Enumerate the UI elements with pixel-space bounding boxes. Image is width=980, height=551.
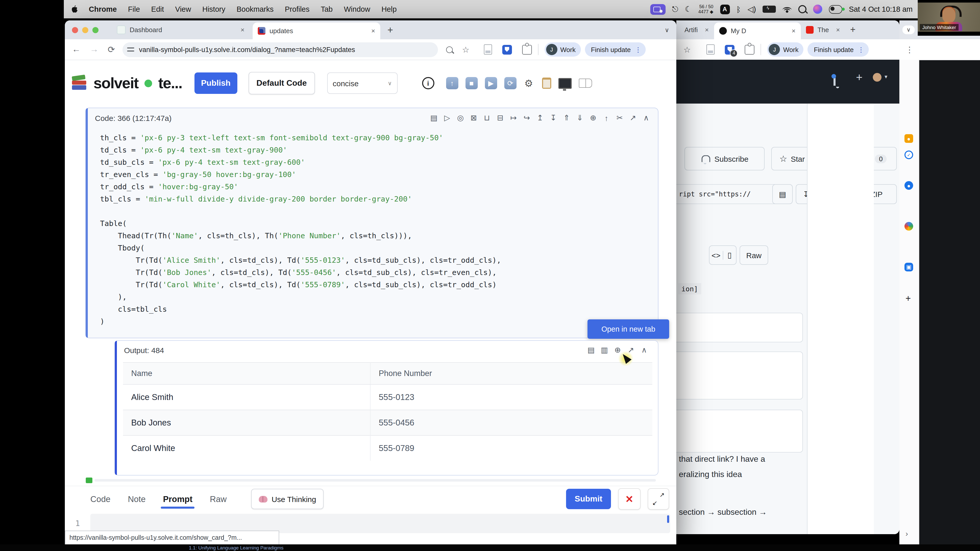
zoom-page-icon[interactable]: [446, 46, 453, 53]
menu-tab[interactable]: Tab: [321, 5, 333, 13]
table-row[interactable]: Bob Jones555-0456: [123, 410, 652, 435]
menu-profiles[interactable]: Profiles: [285, 5, 310, 13]
code-angle-icon[interactable]: <>: [710, 251, 723, 259]
forward-icon[interactable]: →: [90, 44, 99, 55]
menu-history[interactable]: History: [202, 5, 225, 13]
add-below-icon[interactable]: ⇓: [573, 113, 587, 122]
clipboard-icon[interactable]: [542, 78, 551, 89]
extension-doc-icon[interactable]: [707, 44, 715, 55]
gear-icon[interactable]: ⚙: [522, 77, 535, 89]
new-tab-button[interactable]: +: [387, 24, 393, 35]
cancel-button[interactable]: ✕: [618, 488, 641, 510]
meet-icon[interactable]: ▣: [904, 263, 913, 272]
tab-updates[interactable]: updates×: [253, 22, 380, 39]
github-plus-icon[interactable]: +: [856, 71, 862, 84]
tab-raw[interactable]: Raw: [210, 494, 227, 504]
copy-icon[interactable]: ▤: [584, 345, 598, 354]
menu-chrome[interactable]: Chrome: [89, 5, 117, 13]
open-external-icon[interactable]: ↗: [626, 113, 640, 122]
upload-icon[interactable]: ↑: [446, 77, 458, 89]
close-tab-icon[interactable]: ×: [698, 26, 709, 34]
close-tab-icon[interactable]: ×: [364, 27, 375, 35]
siri-icon[interactable]: [813, 5, 822, 14]
bookmark-star-icon[interactable]: ☆: [683, 44, 691, 54]
to-top-icon[interactable]: ↥: [533, 113, 547, 122]
kebab-menu-icon[interactable]: ⋮: [905, 44, 914, 54]
copy-icon[interactable]: ▤: [427, 113, 441, 122]
notifications-bell-icon[interactable]: [834, 76, 835, 86]
submit-button[interactable]: Submit: [566, 489, 611, 509]
collapse-icon[interactable]: ∧: [640, 113, 653, 122]
tab-dashboard[interactable]: Dashboard×: [112, 22, 250, 38]
finish-update-button[interactable]: Finish update⋮: [585, 42, 646, 57]
caret-down-icon[interactable]: ▾: [885, 73, 887, 80]
delete-icon[interactable]: ⊔: [480, 113, 493, 122]
tab-search-chevron-icon[interactable]: ∨: [902, 25, 915, 34]
tab-code[interactable]: Code: [90, 494, 110, 504]
bookmark-icon[interactable]: ⊠: [467, 113, 480, 122]
clipboard-icon[interactable]: ▥: [598, 345, 611, 354]
table-row[interactable]: Carol White555-0789: [123, 435, 652, 461]
new-tab-button[interactable]: +: [850, 24, 856, 35]
tab-artifi[interactable]: Artifi×: [679, 22, 714, 38]
monitor-icon[interactable]: [558, 78, 571, 89]
clone-url-input[interactable]: ript src="https://: [676, 184, 781, 204]
to-bottom-icon[interactable]: ↧: [547, 113, 560, 122]
add-comment-icon[interactable]: ⊕: [587, 113, 600, 122]
scroll-up-icon[interactable]: ↑: [600, 114, 613, 122]
default-code-button[interactable]: Default Code: [248, 72, 315, 94]
rail-expand-chevron-icon[interactable]: ›: [905, 529, 908, 538]
sync-check-icon[interactable]: ✓: [904, 151, 913, 159]
copy-url-button[interactable]: ▤: [772, 184, 793, 204]
zoom-window-button[interactable]: [92, 27, 99, 33]
fork-count[interactable]: 0: [875, 154, 886, 163]
move-out-icon[interactable]: ↪: [520, 113, 533, 122]
file-icon[interactable]: ▯: [723, 251, 736, 260]
refresh-icon[interactable]: ⟳: [504, 77, 516, 89]
menu-window[interactable]: Window: [344, 5, 370, 13]
move-in-icon[interactable]: ↦: [507, 113, 520, 122]
database-icon[interactable]: ⊟: [493, 113, 507, 122]
profile-chip[interactable]: JWork: [767, 42, 803, 57]
password-extension-icon[interactable]: [502, 44, 512, 54]
bookmark-star-icon[interactable]: ☆: [462, 44, 469, 54]
menu-bookmarks[interactable]: Bookmarks: [237, 5, 274, 13]
kebab-menu-icon[interactable]: ⋮: [858, 46, 864, 53]
tab-my-d[interactable]: My D×: [714, 22, 800, 39]
cut-icon[interactable]: ✂: [613, 113, 626, 122]
battery-health-icon[interactable]: ⎋: [672, 5, 678, 14]
book-icon[interactable]: [579, 79, 592, 88]
tab-note[interactable]: Note: [128, 494, 146, 504]
close-window-button[interactable]: [72, 27, 78, 33]
keep-icon[interactable]: ●: [904, 134, 913, 143]
code-view-toggle[interactable]: <>▯: [709, 245, 737, 265]
collapsed-cell-indicator[interactable]: [86, 478, 92, 483]
volume-icon[interactable]: ◁): [748, 5, 756, 14]
raw-button[interactable]: Raw: [740, 245, 768, 265]
close-tab-icon[interactable]: ×: [784, 27, 795, 35]
reload-icon[interactable]: ⟳: [108, 44, 115, 55]
menu-file[interactable]: File: [128, 5, 140, 13]
bluetooth-icon[interactable]: ᛒ: [736, 5, 741, 14]
info-icon[interactable]: i: [422, 77, 434, 89]
run-icon[interactable]: ▷: [441, 113, 454, 122]
tab-list-chevron-icon[interactable]: ∨: [665, 26, 669, 33]
prompt-input[interactable]: [90, 514, 670, 533]
menu-view[interactable]: View: [175, 5, 191, 13]
app-a-icon[interactable]: A: [720, 4, 730, 14]
kebab-menu-icon[interactable]: ⋮: [635, 46, 641, 53]
moon-icon[interactable]: ☾: [685, 5, 692, 14]
table-row[interactable]: Alice Smith555-0123: [123, 384, 652, 410]
extensions-icon[interactable]: [522, 44, 531, 54]
subscribe-button[interactable]: Subscribe: [684, 147, 765, 170]
maps-icon[interactable]: [904, 222, 913, 230]
menu-edit[interactable]: Edit: [151, 5, 164, 13]
stop-icon[interactable]: ■: [465, 77, 477, 89]
contacts-icon[interactable]: ●: [904, 181, 913, 190]
close-tab-icon[interactable]: ×: [829, 26, 840, 34]
view-icon[interactable]: ◎: [454, 113, 467, 122]
collapse-icon[interactable]: ∧: [638, 345, 651, 354]
spotlight-icon[interactable]: [798, 5, 807, 13]
publish-button[interactable]: Publish: [194, 73, 237, 94]
profile-chip[interactable]: JWork: [544, 42, 581, 57]
